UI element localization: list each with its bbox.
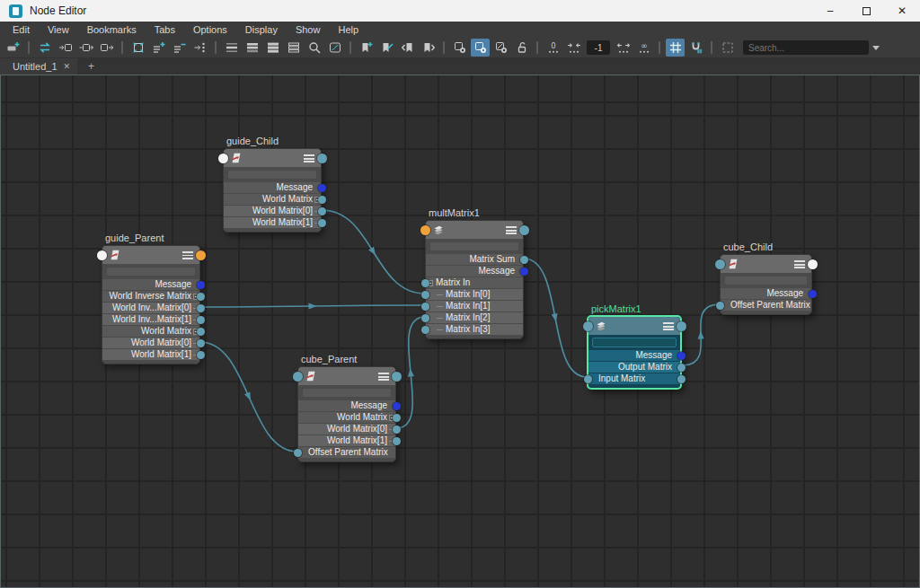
input-port[interactable] — [421, 291, 429, 299]
node-header[interactable] — [721, 255, 811, 273]
traversal-zero-button[interactable]: 0 — [544, 39, 562, 57]
input-port[interactable] — [584, 375, 592, 383]
output-port[interactable] — [809, 290, 817, 298]
grid-snap-button[interactable] — [666, 39, 685, 57]
expand-graph-button[interactable] — [128, 39, 147, 57]
graph-output-button[interactable] — [97, 39, 116, 57]
header-port-right[interactable] — [677, 321, 686, 331]
node-header[interactable] — [588, 317, 680, 335]
node-menu-icon[interactable] — [182, 251, 193, 259]
minimize-button[interactable]: – — [812, 0, 848, 22]
node-name-field[interactable] — [724, 276, 808, 285]
display-nodes-custom-button[interactable] — [491, 39, 510, 57]
tab-close-icon[interactable]: ✕ — [64, 62, 71, 71]
input-port[interactable] — [716, 302, 724, 310]
node-header[interactable] — [426, 221, 523, 239]
bookmark-create-button[interactable] — [357, 39, 376, 57]
node-menu-icon[interactable] — [794, 260, 805, 268]
node-create-button[interactable] — [4, 39, 22, 57]
output-port[interactable] — [318, 207, 326, 215]
swatch-curve-button[interactable] — [325, 39, 344, 57]
header-port-right[interactable] — [196, 250, 206, 260]
maximize-button[interactable] — [848, 0, 884, 22]
node-pickMatrix1[interactable]: pickMatrix1MessageOutput MatrixInput Mat… — [587, 315, 682, 390]
node-cube_Parent[interactable]: cube_ParentMessageWorld MatrixWorld Matr… — [297, 366, 396, 462]
menu-options[interactable]: Options — [184, 22, 236, 38]
output-port[interactable] — [393, 414, 401, 422]
output-port[interactable] — [197, 328, 205, 336]
header-port-right[interactable] — [392, 372, 402, 382]
output-port[interactable] — [318, 219, 326, 227]
view-outline-button[interactable] — [284, 39, 303, 57]
node-multMatrix1[interactable]: multMatrix1Matrix SumMessageMatrix InMat… — [425, 220, 524, 339]
output-port[interactable] — [677, 352, 686, 360]
zoom-search-button[interactable] — [305, 39, 323, 57]
node-menu-icon[interactable] — [506, 226, 517, 234]
bookmark-next-button[interactable] — [419, 39, 438, 57]
node-cube_Child[interactable]: cube_ChildMessageOffset Parent Matrix — [720, 254, 812, 315]
new-tab-button[interactable]: + — [77, 60, 105, 73]
menu-display[interactable]: Display — [236, 22, 287, 38]
view-full-button[interactable] — [263, 39, 282, 57]
output-port[interactable] — [318, 196, 326, 204]
header-port-left[interactable] — [293, 372, 303, 382]
output-port[interactable] — [677, 375, 686, 383]
input-port[interactable] — [421, 303, 429, 311]
traversal-out-button[interactable] — [614, 39, 632, 57]
traversal-infinity-button[interactable]: ∞ — [634, 39, 653, 57]
graph-io-button[interactable] — [76, 39, 95, 57]
output-port[interactable] — [197, 351, 205, 359]
menu-edit[interactable]: Edit — [4, 22, 39, 38]
view-connected-button[interactable] — [243, 39, 261, 57]
node-header[interactable] — [102, 246, 199, 264]
bookmark-prev-button[interactable] — [398, 39, 417, 57]
menu-help[interactable]: Help — [329, 22, 367, 38]
output-port[interactable] — [318, 184, 326, 192]
layout-graph-button[interactable] — [190, 39, 209, 57]
node-header[interactable] — [224, 149, 321, 167]
marquee-select-button[interactable] — [718, 39, 737, 57]
node-menu-icon[interactable] — [378, 373, 389, 381]
header-port-right[interactable] — [519, 225, 529, 235]
output-port[interactable] — [197, 339, 205, 347]
node-header[interactable] — [298, 367, 395, 385]
node-graph-canvas[interactable]: guide_ChildMessageWorld MatrixWorld Matr… — [0, 75, 920, 588]
node-menu-icon[interactable] — [663, 322, 674, 330]
output-port[interactable] — [520, 268, 528, 276]
output-port[interactable] — [393, 426, 401, 434]
header-port-left[interactable] — [715, 259, 725, 269]
menu-view[interactable]: View — [39, 22, 78, 38]
output-port[interactable] — [197, 304, 205, 312]
node-menu-icon[interactable] — [304, 154, 314, 162]
lock-open-button[interactable] — [512, 39, 531, 57]
bookmark-edit-button[interactable] — [377, 39, 396, 57]
sync-arrows-button[interactable] — [35, 39, 54, 57]
magnet-align-button[interactable] — [686, 39, 705, 57]
node-name-field[interactable] — [302, 388, 392, 398]
input-port[interactable] — [421, 314, 429, 322]
search-dropdown-icon[interactable] — [872, 46, 880, 50]
output-port[interactable] — [197, 281, 205, 289]
node-name-field[interactable] — [429, 241, 519, 251]
header-port-left[interactable] — [97, 250, 107, 260]
display-nodes-eye-button[interactable] — [471, 39, 490, 57]
traversal-depth-field[interactable]: -1 — [587, 40, 610, 55]
add-connections-button[interactable] — [149, 39, 168, 57]
header-port-left[interactable] — [218, 154, 228, 163]
node-name-field[interactable] — [106, 267, 196, 276]
output-port[interactable] — [197, 316, 205, 324]
menu-tabs[interactable]: Tabs — [146, 22, 184, 38]
header-port-left[interactable] — [420, 225, 430, 235]
output-port[interactable] — [677, 364, 686, 372]
header-port-right[interactable] — [808, 259, 818, 269]
menu-bookmarks[interactable]: Bookmarks — [78, 22, 146, 38]
search-input[interactable] — [743, 43, 872, 53]
header-port-right[interactable] — [317, 154, 327, 163]
input-port[interactable] — [294, 449, 302, 457]
node-guide_Child[interactable]: guide_ChildMessageWorld MatrixWorld Matr… — [223, 148, 322, 233]
title-bar[interactable]: Node Editor – ✕ — [0, 0, 920, 22]
tab-untitled-1[interactable]: Untitled_1 ✕ — [0, 58, 77, 75]
output-port[interactable] — [393, 402, 401, 410]
remove-connections-button[interactable] — [170, 39, 189, 57]
output-port[interactable] — [197, 293, 205, 301]
